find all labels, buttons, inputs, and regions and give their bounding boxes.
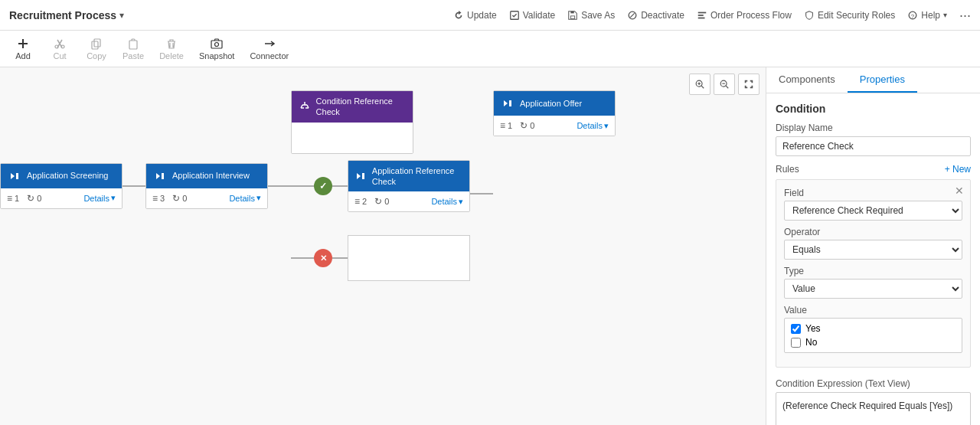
stat-recurrence-offer: ↻ 0 <box>520 120 534 131</box>
update-button[interactable]: Update <box>453 10 497 21</box>
display-name-input[interactable] <box>776 136 971 156</box>
field-row: Field Reference Check Required <box>784 188 962 221</box>
order-flow-icon <box>697 10 707 21</box>
yes-line-h <box>291 185 314 187</box>
expression-label: Condition Expression (Text View) <box>776 378 971 389</box>
recurrence-icon-4: ↻ <box>520 120 528 131</box>
stat-recurrence: ↻ 0 <box>27 193 41 204</box>
paste-icon <box>127 38 139 50</box>
main-layout: Application Screening ≡ 1 ↻ 0 <box>0 67 980 425</box>
top-bar-left: Recruitment Process ▾ <box>9 9 124 21</box>
process-title: Recruitment Process <box>9 9 116 21</box>
refresh-icon <box>453 10 464 21</box>
zoom-in-button[interactable] <box>689 74 710 95</box>
fit-button[interactable] <box>738 74 760 95</box>
operator-row: Operator Equals <box>784 227 962 260</box>
add-icon <box>17 38 29 50</box>
cut-icon <box>54 38 66 50</box>
rules-header: Rules + New <box>776 164 971 175</box>
copy-button[interactable]: Copy <box>80 34 113 64</box>
save-icon <box>567 10 578 21</box>
node-condition-header: Condition Reference Check <box>292 91 413 123</box>
svg-point-12 <box>61 45 64 48</box>
svg-rect-20 <box>16 173 18 179</box>
stat-steps-offer: ≡ 1 <box>500 120 512 131</box>
node-offer-header: Application Offer <box>494 91 615 116</box>
condition-yes-icon: ✓ <box>314 177 332 195</box>
node-screening-header: Application Screening <box>1 164 122 188</box>
svg-rect-13 <box>94 39 100 47</box>
validate-icon <box>509 10 520 21</box>
top-bar-right: Update Validate Save As Deactivate Order… <box>453 8 971 22</box>
toolbar: Add Cut Copy Paste Delete Snapshot Conne… <box>0 31 980 67</box>
stage-icon-3 <box>354 168 368 184</box>
deactivate-button[interactable]: Deactivate <box>627 10 684 21</box>
copy-icon <box>90 38 103 50</box>
more-button[interactable]: ··· <box>959 8 971 22</box>
process-title-chevron[interactable]: ▾ <box>119 10 124 21</box>
svg-rect-15 <box>129 41 137 49</box>
details-button-interview[interactable]: Details ▾ <box>229 193 261 203</box>
delete-icon <box>165 38 178 50</box>
connector-3 <box>470 193 493 195</box>
side-panel: Components Properties Condition Display … <box>766 67 980 425</box>
paste-button[interactable]: Paste <box>116 34 150 64</box>
svg-rect-16 <box>211 41 222 48</box>
canvas-area[interactable]: Application Screening ≡ 1 ↻ 0 <box>0 67 766 425</box>
node-ref-stats: ≡ 2 ↻ 0 <box>354 196 389 207</box>
node-screening-stats: ≡ 1 ↻ 0 <box>7 193 41 204</box>
node-interview-body: ≡ 3 ↻ 0 Details ▾ <box>146 188 267 208</box>
svg-point-17 <box>215 42 219 46</box>
steps-icon: ≡ <box>7 193 12 204</box>
yes-line-h2 <box>332 185 348 187</box>
node-application-interview: Application Interview ≡ 3 ↻ 0 <box>145 163 268 209</box>
help-button[interactable]: ? Help ▾ <box>907 10 947 21</box>
connector-1 <box>122 185 145 187</box>
tab-properties[interactable]: Properties <box>848 67 917 93</box>
node-offer-stats: ≡ 1 ↻ 0 <box>500 120 534 131</box>
node-condition: Condition Reference Check <box>291 90 413 154</box>
type-select[interactable]: Value <box>784 279 962 299</box>
rules-label: Rules <box>776 164 799 175</box>
validate-button[interactable]: Validate <box>509 10 555 21</box>
node-offer: Application Offer ≡ 1 ↻ 0 Det <box>493 90 616 136</box>
value-row: Value Yes No <box>784 305 962 353</box>
svg-point-11 <box>55 45 58 48</box>
zoom-out-button[interactable] <box>714 74 735 95</box>
delete-button[interactable]: Delete <box>153 34 190 64</box>
details-button-offer[interactable]: Details ▾ <box>577 121 609 131</box>
cut-button[interactable]: Cut <box>43 34 77 64</box>
new-rule-link[interactable]: + New <box>945 164 971 175</box>
order-flow-button[interactable]: Order Process Flow <box>697 10 792 21</box>
yes-checkbox-row: Yes <box>791 323 956 334</box>
save-as-button[interactable]: Save As <box>567 10 615 21</box>
recurrence-icon-2: ↻ <box>172 193 180 204</box>
flow-row: Application Screening ≡ 1 ↻ 0 <box>0 90 766 281</box>
condition-icon <box>298 99 312 114</box>
no-line-h2 <box>332 257 348 259</box>
tab-components[interactable]: Components <box>766 67 848 93</box>
edit-security-button[interactable]: Edit Security Roles <box>804 10 895 21</box>
add-button[interactable]: Add <box>6 34 40 64</box>
connector-button[interactable]: Connector <box>243 34 295 64</box>
yes-branch: ✓ Application Reference Check <box>291 160 470 213</box>
panel-content: Condition Display Name Rules + New ✕ Fie… <box>766 93 980 425</box>
branch-area: ✓ Application Reference Check <box>291 154 470 282</box>
zoom-out-icon <box>719 79 730 90</box>
stage-arrow-icon-2 <box>154 170 166 182</box>
no-checkbox[interactable] <box>791 338 801 348</box>
operator-select[interactable]: Equals <box>784 240 962 260</box>
details-button-ref[interactable]: Details ▾ <box>431 197 463 207</box>
svg-rect-5 <box>698 15 704 16</box>
node-ref-check: Application Reference Check ≡ 2 ↻ <box>348 160 470 213</box>
display-name-label: Display Name <box>776 123 971 133</box>
snapshot-button[interactable]: Snapshot <box>193 34 240 64</box>
rule-close-button[interactable]: ✕ <box>953 185 965 197</box>
no-line-h <box>291 257 314 259</box>
no-branch: ✕ <box>291 235 470 281</box>
field-select[interactable]: Reference Check Required <box>784 201 962 221</box>
condition-body <box>292 123 413 153</box>
details-button-screening[interactable]: Details ▾ <box>83 193 116 203</box>
yes-checkbox[interactable] <box>791 324 801 334</box>
svg-rect-6 <box>698 17 705 18</box>
